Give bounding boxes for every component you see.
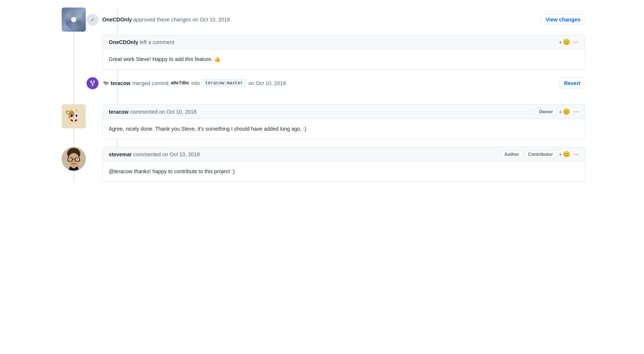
author-badge: Author bbox=[501, 151, 522, 158]
third-comment-body: @teracow thanks! happy to contribute to … bbox=[103, 162, 585, 182]
third-comment-emoji-button[interactable]: +😊 bbox=[559, 151, 570, 158]
timeline: ✓ OneCDOnly approved these changes on Oc… bbox=[59, 8, 585, 182]
second-comment-username: teracow bbox=[109, 109, 129, 115]
merge-username: teracow bbox=[111, 80, 131, 86]
merge-branch: teracow:master bbox=[202, 79, 246, 87]
stevemar-avatar bbox=[62, 147, 86, 171]
third-comment-menu-button[interactable]: ··· bbox=[573, 150, 579, 158]
approval-row: ✓ OneCDOnly approved these changes on Oc… bbox=[59, 8, 585, 32]
first-comment-username: OneCDOnly bbox=[109, 39, 138, 45]
first-comment-menu-button[interactable]: ··· bbox=[573, 38, 579, 46]
contributor-badge: Contributor bbox=[525, 151, 556, 158]
second-comment-box: teracow commented on Oct 10, 2018 Owner … bbox=[102, 104, 585, 139]
approval-username: OneCDOnly bbox=[102, 17, 132, 23]
view-changes-button[interactable]: View changes bbox=[541, 14, 585, 25]
third-comment-header-text: commented on Oct 10, 2018 bbox=[134, 151, 200, 157]
second-comment-body: Agree, nicely done. Thank you Steve, it'… bbox=[103, 119, 585, 139]
onecd-avatar bbox=[62, 8, 86, 32]
merge-date: on Oct 10, 2018 bbox=[248, 80, 286, 86]
third-comment-username: stevemar bbox=[109, 151, 132, 157]
third-comment-header: stevemar commented on Oct 10, 2018 Autho… bbox=[103, 147, 585, 162]
owner-badge: Owner bbox=[536, 108, 556, 116]
svg-point-10 bbox=[73, 161, 74, 162]
svg-point-9 bbox=[77, 159, 78, 160]
first-comment-body: Great work Steve! Happy to add this feat… bbox=[103, 49, 585, 69]
merge-commit-hash: a0e7dbc bbox=[170, 81, 189, 86]
approval-text: OneCDOnly approved these changes on Oct … bbox=[102, 17, 230, 23]
merge-row: 🐄 teracow merged commit a0e7dbc into ter… bbox=[59, 77, 585, 89]
svg-point-8 bbox=[70, 159, 71, 160]
second-comment-header: teracow commented on Oct 10, 2018 Owner … bbox=[103, 105, 585, 119]
first-comment-emoji-button[interactable]: +😊 bbox=[559, 38, 570, 46]
revert-button[interactable]: Revert bbox=[559, 78, 585, 88]
first-comment-box: OneCDOnly left a comment +😊 ··· Great wo… bbox=[102, 35, 585, 70]
check-icon: ✓ bbox=[87, 14, 99, 26]
second-comment-menu-button[interactable]: ··· bbox=[573, 108, 579, 116]
second-comment-emoji-button[interactable]: +😊 bbox=[559, 108, 570, 115]
approval-action: approved these changes on Oct 10, 2018 bbox=[133, 17, 230, 23]
second-comment-header-text: commented on Oct 10, 2018 bbox=[130, 109, 197, 115]
first-comment-header: OneCDOnly left a comment +😊 ··· bbox=[103, 35, 585, 49]
merge-icon bbox=[87, 77, 99, 89]
merge-emoji: 🐄 bbox=[102, 80, 109, 86]
merge-action: merged commit bbox=[132, 80, 169, 86]
merge-text: 🐄 teracow merged commit a0e7dbc into ter… bbox=[102, 79, 286, 87]
merge-into-text: into bbox=[191, 80, 200, 86]
teracow-avatar: 🐮 bbox=[62, 104, 86, 128]
first-comment-header-text: left a comment bbox=[140, 39, 175, 45]
third-comment-box: stevemar commented on Oct 10, 2018 Autho… bbox=[102, 147, 585, 182]
